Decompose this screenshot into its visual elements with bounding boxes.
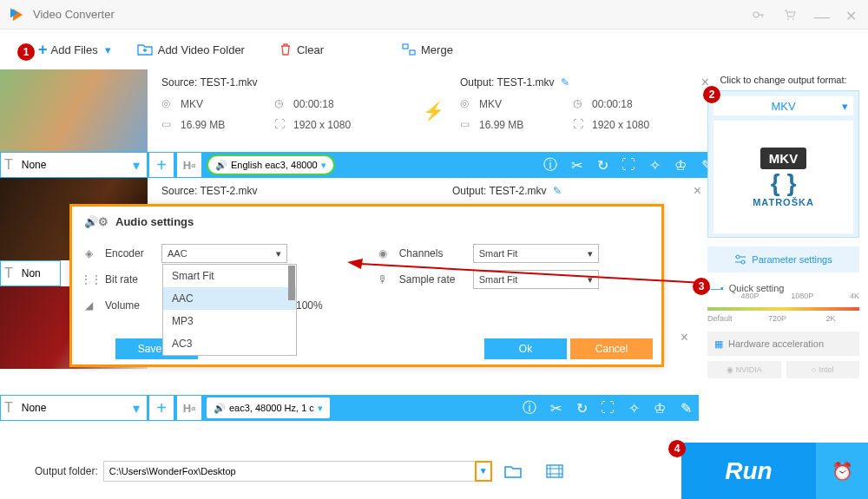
braces-icon: { } [771, 169, 797, 197]
merge-button[interactable]: Merge [402, 43, 453, 56]
effects-icon[interactable]: ✧ [621, 400, 647, 417]
cancel-button[interactable]: Cancel [570, 338, 653, 359]
output-label: Output: TEST-1.mkv [460, 76, 554, 89]
crop-icon[interactable]: ⛶ [595, 400, 621, 416]
app-logo-icon [9, 6, 26, 23]
info-icon[interactable]: ⓘ [537, 156, 563, 174]
volume-value: 100% [296, 299, 323, 312]
open-folder-icon[interactable] [504, 464, 522, 478]
file-icon: ▭ [161, 118, 175, 132]
subtitle-select[interactable]: T None ▾ [0, 395, 148, 421]
cut-icon[interactable]: ✂ [563, 157, 589, 174]
key-icon[interactable] [752, 8, 766, 22]
subtitle-select[interactable]: T Non [0, 260, 61, 286]
crop-icon[interactable]: ⛶ [615, 157, 641, 173]
quick-setting-section: ▪—▪ Quick setting 480P 1080P 4K Default … [707, 283, 859, 325]
add-files-button[interactable]: + Add Files ▾ [38, 41, 128, 59]
remove-file-button[interactable]: × [681, 330, 688, 345]
size-value: 16.99 MB [181, 119, 225, 131]
rotate-icon[interactable]: ↻ [589, 157, 615, 174]
hw-label: Hardware acceleration [728, 338, 824, 349]
dropdown-option[interactable]: AC3 [163, 332, 296, 355]
svg-marker-8 [347, 259, 363, 269]
size-value: 16.99 MB [479, 119, 523, 131]
chevron-down-icon[interactable]: ▾ [126, 157, 147, 174]
chevron-down-icon[interactable]: ▾ [321, 160, 326, 171]
scrollbar-thumb[interactable] [288, 266, 295, 300]
audio-track-pill[interactable]: 🔊 English eac3, 48000 ▾ [207, 154, 335, 175]
dropdown-option[interactable]: Smart Fit [163, 265, 296, 287]
bolt-icon: ⚡ [423, 101, 444, 121]
volume-label: Volume [105, 299, 153, 312]
merge-icon [402, 43, 416, 56]
close-icon[interactable]: ✕ [845, 8, 859, 22]
chevron-down-icon: ▾ [276, 248, 281, 259]
chevron-down-icon[interactable]: ▾ [126, 400, 147, 417]
audio-track-pill[interactable]: 🔊 eac3, 48000 Hz, 1 c ▾ [207, 397, 330, 418]
h-button[interactable]: Hα [177, 396, 201, 420]
dropdown-option[interactable]: MP3 [163, 310, 296, 332]
encoder-select[interactable]: AAC ▾ Smart Fit AAC MP3 AC3 [161, 244, 287, 263]
subtitle-icon: T [1, 157, 16, 173]
output-folder-label: Output folder: [35, 465, 98, 477]
svg-point-5 [736, 255, 740, 259]
remove-file-button[interactable]: × [694, 183, 701, 199]
svg-point-2 [792, 18, 794, 20]
cart-icon[interactable] [783, 8, 797, 22]
dropdown-option[interactable]: AAC [163, 287, 296, 310]
svg-rect-3 [403, 44, 408, 49]
hardware-accel-button[interactable]: ▦ Hardware acceleration [707, 332, 859, 356]
subtitle-value: None [16, 402, 126, 414]
parameter-settings-button[interactable]: Parameter settings [707, 246, 859, 272]
volume-icon: ◢ [81, 299, 96, 312]
svg-line-7 [360, 264, 703, 283]
video-thumbnail[interactable] [0, 69, 148, 152]
add-folder-button[interactable]: Add Video Folder [137, 43, 245, 56]
cut-icon[interactable]: ✂ [542, 400, 569, 417]
output-format-box[interactable]: 2 MKV ▾ MKV { } MATROŠKA [707, 90, 859, 238]
duration-value: 00:00:18 [293, 98, 334, 110]
resolution-value: 1920 x 1080 [293, 119, 351, 131]
subtitle-select[interactable]: T None ▾ [0, 152, 148, 178]
subtitle-icon: T [1, 266, 16, 281]
quality-slider[interactable]: 480P 1080P 4K Default 720P 2K [707, 299, 859, 325]
audio-track-label: English eac3, 48000 [231, 160, 318, 170]
chevron-down-icon[interactable]: ▾ [105, 43, 111, 56]
format-logo: MKV { } MATROŠKA [713, 121, 853, 233]
scheduler-button[interactable]: ⏰ [816, 443, 868, 499]
slider-tick: 720P [768, 314, 786, 323]
add-track-button[interactable]: + [149, 396, 174, 420]
add-track-button[interactable]: + [149, 153, 174, 177]
h-button[interactable]: Hα [177, 153, 201, 177]
effects-icon[interactable]: ✧ [641, 157, 667, 174]
duration-value: 00:00:18 [592, 98, 633, 110]
ok-button[interactable]: Ok [484, 338, 567, 359]
encoder-label: Encoder [105, 247, 153, 259]
format-select[interactable]: MKV ▾ [713, 96, 853, 115]
minimize-icon[interactable]: — [814, 8, 828, 22]
channels-value: Smart Fit [479, 248, 518, 259]
sliders-icon [734, 254, 746, 265]
annotation-4: 4 [668, 440, 686, 457]
edit-icon[interactable]: ✎ [561, 76, 569, 89]
add-files-label: Add Files [51, 43, 98, 56]
subtitle-value: None [16, 159, 126, 171]
plus-icon: + [38, 41, 48, 59]
watermark-icon[interactable]: ♔ [647, 400, 673, 417]
film-icon[interactable] [546, 464, 563, 478]
info-icon[interactable]: ⓘ [516, 399, 542, 417]
output-folder-dropdown[interactable]: ▼ [475, 461, 492, 482]
clear-button[interactable]: Clear [279, 43, 324, 56]
output-folder-input[interactable] [103, 461, 477, 482]
edit-icon[interactable]: ✎ [553, 185, 562, 197]
watermark-icon[interactable]: ♔ [667, 157, 694, 174]
chevron-down-icon: ▾ [588, 248, 593, 259]
subtitle-icon: T [1, 400, 16, 416]
chevron-down-icon[interactable]: ▾ [318, 403, 323, 414]
file-action-strip: + Hα 🔊 eac3, 48000 Hz, 1 c ▾ ⓘ ✂ ↻ ⛶ ✧ ♔… [148, 395, 699, 421]
subtitle-edit-icon[interactable]: ✎ [673, 400, 699, 417]
svg-rect-4 [410, 50, 415, 55]
source-label: Source: TEST-1.mkv [161, 76, 421, 89]
run-button[interactable]: Run [681, 443, 816, 499]
rotate-icon[interactable]: ↻ [569, 400, 595, 417]
